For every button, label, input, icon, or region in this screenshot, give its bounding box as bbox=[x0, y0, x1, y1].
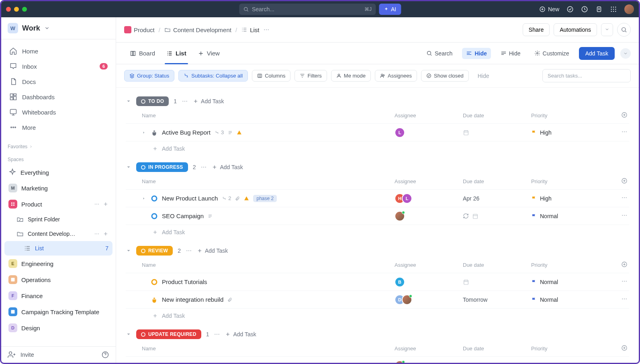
group-add-task[interactable]: Add Task bbox=[197, 247, 228, 254]
assignee-cell[interactable]: D bbox=[395, 294, 463, 305]
breadcrumb-segment[interactable]: List bbox=[241, 27, 259, 33]
plus-icon[interactable] bbox=[103, 231, 108, 237]
nav-whiteboards[interactable]: Whiteboards bbox=[4, 104, 112, 120]
automations-button[interactable]: Automations bbox=[554, 23, 597, 36]
automations-dropdown[interactable] bbox=[601, 23, 613, 36]
priority-cell[interactable]: High bbox=[531, 195, 607, 202]
nav-dashboards[interactable]: Dashboards bbox=[4, 89, 112, 104]
space-item[interactable]: DDesign bbox=[4, 320, 112, 336]
space-item[interactable]: Product bbox=[4, 196, 112, 212]
status-pill[interactable]: TO DO bbox=[136, 96, 169, 106]
add-column-button[interactable] bbox=[607, 345, 628, 352]
due-cell[interactable]: Apr 26 bbox=[463, 195, 531, 202]
due-cell[interactable] bbox=[463, 129, 531, 136]
close-window[interactable] bbox=[6, 7, 11, 12]
chip-show-closed[interactable]: Show closed bbox=[421, 70, 469, 82]
space-item[interactable]: Sprint Folder bbox=[4, 212, 112, 227]
task-menu[interactable] bbox=[607, 362, 628, 363]
add-column-button[interactable] bbox=[607, 178, 628, 185]
ai-button[interactable]: AI bbox=[379, 4, 401, 15]
warning-icon[interactable] bbox=[244, 196, 249, 201]
add-column-button[interactable] bbox=[607, 261, 628, 269]
priority-cell[interactable]: Normal bbox=[531, 297, 607, 303]
task-search-input[interactable]: Search tasks... bbox=[542, 69, 631, 82]
more-icon[interactable] bbox=[186, 247, 192, 254]
group-add-task[interactable]: Add Task bbox=[193, 98, 224, 104]
global-search[interactable]: Search... ⌘J bbox=[239, 4, 376, 15]
clock-icon[interactable] bbox=[581, 6, 588, 13]
plus-icon[interactable] bbox=[103, 201, 108, 207]
more-icon[interactable] bbox=[182, 98, 188, 104]
due-cell[interactable] bbox=[463, 279, 531, 285]
breadcrumb-segment[interactable]: Product bbox=[124, 26, 155, 33]
warning-icon[interactable] bbox=[237, 130, 242, 135]
attachment-icon[interactable] bbox=[235, 196, 240, 201]
chip-me-mode[interactable]: Me mode bbox=[331, 70, 371, 82]
task-menu[interactable] bbox=[607, 296, 628, 303]
nav-inbox[interactable]: Inbox6 bbox=[4, 59, 112, 74]
space-item[interactable]: EEngineering bbox=[4, 256, 112, 272]
task-row[interactable]: New integration rebuildDTomorrowNormal bbox=[126, 290, 629, 308]
assignee-cell[interactable] bbox=[395, 360, 463, 363]
breadcrumb-segment[interactable]: Content Development bbox=[164, 27, 231, 33]
chips-hide[interactable]: Hide bbox=[478, 73, 489, 79]
workspace-switcher[interactable]: W Work bbox=[8, 23, 109, 33]
assignee-cell[interactable]: B bbox=[395, 277, 463, 287]
collapse-caret-icon[interactable] bbox=[126, 248, 131, 254]
user-avatar[interactable] bbox=[624, 4, 634, 14]
space-item[interactable]: MMarketing bbox=[4, 180, 112, 196]
space-item[interactable]: Campaign Tracking Template bbox=[4, 304, 112, 320]
due-cell[interactable]: Tomorrow bbox=[463, 362, 531, 363]
view-hide-button[interactable]: Hide bbox=[462, 48, 491, 59]
task-row[interactable]: Active Bug Report3LHigh bbox=[126, 123, 629, 141]
assignee-cell[interactable]: HL bbox=[395, 193, 463, 204]
assignee-cell[interactable]: L bbox=[395, 127, 463, 138]
task-expand-caret[interactable] bbox=[142, 129, 147, 136]
priority-cell[interactable]: Normal bbox=[531, 213, 607, 219]
priority-cell[interactable]: Normal bbox=[531, 279, 607, 285]
view-hide-button-2[interactable]: Hide bbox=[497, 48, 525, 59]
due-cell[interactable] bbox=[463, 213, 531, 219]
favorites-section[interactable]: Favorites bbox=[1, 139, 116, 152]
share-button[interactable]: Share bbox=[523, 23, 550, 36]
chip-group[interactable]: Group: Status bbox=[124, 70, 174, 82]
priority-cell[interactable]: High bbox=[531, 129, 607, 136]
check-circle-icon[interactable] bbox=[566, 6, 574, 13]
collapse-caret-icon[interactable] bbox=[126, 164, 131, 170]
invite-label[interactable]: Invite bbox=[20, 352, 34, 358]
view-tab-list[interactable]: List bbox=[161, 43, 192, 64]
due-cell[interactable]: Tomorrow bbox=[463, 297, 531, 303]
nav-more[interactable]: More bbox=[4, 120, 112, 135]
more-icon[interactable] bbox=[94, 231, 100, 237]
nav-docs[interactable]: Docs bbox=[4, 74, 112, 89]
assignee-cell[interactable] bbox=[395, 211, 463, 221]
add-task-row[interactable]: Add Task bbox=[126, 308, 629, 323]
view-tab-board[interactable]: Board bbox=[124, 43, 161, 64]
task-tag[interactable]: phase 2 bbox=[253, 195, 277, 202]
desc-icon[interactable] bbox=[208, 214, 213, 219]
header-search-button[interactable] bbox=[617, 23, 631, 37]
space-everything[interactable]: Everything bbox=[4, 165, 112, 180]
add-task-row[interactable]: Add Task bbox=[126, 141, 629, 156]
nav-home[interactable]: Home bbox=[4, 43, 112, 59]
chip-columns[interactable]: Columns bbox=[252, 70, 290, 82]
task-menu[interactable] bbox=[607, 194, 628, 202]
notepad-icon[interactable] bbox=[595, 6, 603, 13]
task-menu[interactable] bbox=[607, 212, 628, 220]
collapse-caret-icon[interactable] bbox=[126, 98, 131, 104]
add-column-button[interactable] bbox=[607, 112, 628, 119]
group-add-task[interactable]: Add Task bbox=[225, 331, 256, 337]
add-task-row[interactable]: Add Task bbox=[126, 225, 629, 239]
space-item[interactable]: List7 bbox=[4, 241, 112, 256]
more-icon[interactable] bbox=[263, 27, 270, 33]
view-customize-button[interactable]: Customize bbox=[530, 48, 573, 59]
subtasks-count[interactable]: 3 bbox=[215, 129, 224, 135]
task-row[interactable]: Product TutorialsBNormal bbox=[126, 273, 629, 290]
view-search-button[interactable]: Search bbox=[422, 48, 456, 59]
add-task-more-button[interactable] bbox=[620, 48, 631, 59]
space-item[interactable]: Operations bbox=[4, 272, 112, 288]
help-icon[interactable] bbox=[101, 351, 109, 359]
chip-filters[interactable]: Filters bbox=[294, 70, 327, 82]
more-icon[interactable] bbox=[200, 164, 207, 170]
add-task-button[interactable]: Add Task bbox=[579, 47, 615, 60]
